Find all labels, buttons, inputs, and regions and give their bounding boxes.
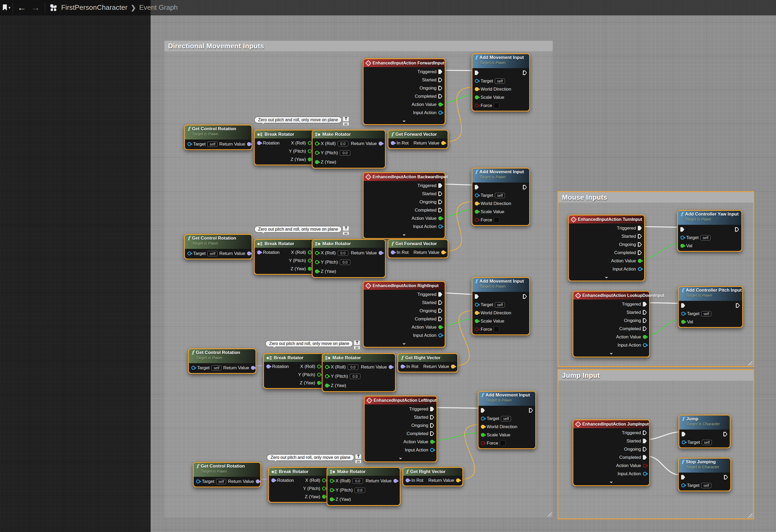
pin-input-action[interactable]: [438, 333, 442, 337]
pin-z-yaw[interactable]: [315, 160, 319, 164]
x-roll-value-input[interactable]: 0.0: [353, 478, 363, 484]
pin-target[interactable]: [681, 236, 684, 240]
node-header[interactable]: f Get Control Rotation Target is Pawn: [185, 235, 251, 249]
pin-force[interactable]: [481, 441, 485, 445]
pin-completed[interactable]: [438, 208, 442, 212]
pin-exec-out[interactable]: [523, 294, 527, 299]
target-self-value[interactable]: self: [211, 365, 221, 370]
target-self-value[interactable]: self: [701, 311, 711, 316]
pin-input-action[interactable]: [643, 472, 647, 476]
pin-x-roll[interactable]: [330, 479, 334, 483]
pin-started[interactable]: [638, 234, 642, 239]
node-header[interactable]: f Get Control Rotation Target is Pawn: [189, 349, 255, 363]
pin-y-pitch[interactable]: [315, 151, 319, 155]
pin-val[interactable]: [681, 320, 685, 324]
node-get-control-rotation-3[interactable]: f Get Control Rotation Target is Pawn Ta…: [188, 348, 256, 374]
pin-return-value[interactable]: [256, 479, 260, 483]
pin-x-roll[interactable]: [308, 250, 312, 254]
comment-title[interactable]: Mouse Inputs: [558, 192, 753, 203]
pin-z-yaw[interactable]: [325, 383, 329, 387]
y-pitch-value-input[interactable]: 0.0: [340, 260, 350, 265]
pin-started[interactable]: [438, 300, 442, 305]
pin-world-direction[interactable]: [475, 311, 479, 315]
expand-chevron-icon[interactable]: ⌄: [364, 117, 445, 123]
pin-y-pitch[interactable]: [308, 149, 312, 153]
node-header[interactable]: f Get Right Vector: [398, 354, 457, 362]
pin-x-roll[interactable]: [325, 365, 329, 369]
node-enhancedinputaction-rightinput[interactable]: EnhancedInputAction RightInput Triggered…: [363, 281, 445, 348]
y-pitch-value-input[interactable]: 0.0: [355, 488, 365, 493]
pin-exec-in[interactable]: [681, 303, 685, 308]
node-get-control-rotation-1[interactable]: f Get Control Rotation Target is Pawn Ta…: [184, 125, 252, 150]
pin-action-value[interactable]: [438, 102, 442, 106]
pin-z-yaw[interactable]: [308, 158, 312, 162]
pin-ongoing[interactable]: [643, 318, 647, 323]
pin-x-roll[interactable]: [315, 142, 319, 146]
node-add-movement-input-2[interactable]: f Add Movement Input Target is Pawn Targ…: [471, 168, 530, 226]
x-roll-value-input[interactable]: 0.0: [348, 364, 358, 370]
pin-ongoing[interactable]: [438, 86, 442, 90]
node-stop-jumping[interactable]: f Stop Jumping Target is Character Targe…: [678, 458, 731, 491]
node-header[interactable]: f Get Forward Vector: [388, 240, 447, 248]
node-header[interactable]: Break Rotator: [269, 468, 329, 476]
back-button[interactable]: ←: [15, 2, 29, 13]
pin-rotation[interactable]: [271, 478, 275, 482]
bookmark-icon[interactable]: [2, 4, 8, 11]
pin-scale-value[interactable]: [475, 319, 479, 323]
node-header[interactable]: Make Rotator: [313, 240, 385, 248]
target-self-value[interactable]: self: [495, 193, 505, 198]
node-header[interactable]: f Add Controller Yaw Input Target is Paw…: [678, 211, 741, 225]
y-pitch-value-input[interactable]: 0.0: [350, 374, 360, 379]
bubble-pin-icon[interactable]: [343, 116, 349, 121]
pin-world-direction[interactable]: [475, 202, 479, 206]
pin-completed[interactable]: [643, 455, 647, 460]
pin-force[interactable]: [475, 103, 479, 107]
pin-exec-in[interactable]: [475, 185, 479, 189]
node-make-rotator-3[interactable]: Make Rotator X (Roll)0.0 Return Value Y …: [322, 353, 396, 392]
target-self-value[interactable]: self: [701, 483, 711, 488]
pin-target[interactable]: [481, 417, 485, 421]
pin-exec-in[interactable]: [481, 408, 485, 413]
node-break-rotator-2[interactable]: Break Rotator Rotation X (Roll) Y (Pitch…: [254, 239, 315, 275]
node-get-control-rotation-4[interactable]: f Get Control Rotation Target is Pawn Ta…: [193, 462, 261, 487]
pin-triggered[interactable]: [438, 183, 442, 188]
target-self-value[interactable]: self: [495, 78, 505, 84]
pin-exec-out[interactable]: [736, 303, 740, 308]
node-header[interactable]: Make Rotator: [323, 354, 395, 362]
pin-input-action[interactable]: [438, 225, 442, 229]
node-header[interactable]: f Jump Target is Character: [679, 416, 730, 430]
pin-return-value[interactable]: [456, 478, 460, 482]
graph-canvas[interactable]: Directional Movement Inputs Mouse Inputs…: [0, 0, 776, 532]
node-get-forward-vector-1[interactable]: f Get Forward Vector In Rot Return Value: [388, 130, 448, 149]
expand-chevron-icon[interactable]: ⌄: [364, 339, 445, 346]
pin-completed[interactable]: [438, 94, 442, 98]
pin-y-pitch[interactable]: [315, 260, 319, 264]
pin-force[interactable]: [475, 327, 479, 331]
pin-exec-out[interactable]: [523, 70, 527, 75]
node-comment-bubble[interactable]: Zero out pitch and roll, only move on pl…: [266, 454, 354, 461]
pin-in-rot[interactable]: [391, 141, 395, 145]
graph-hierarchy-icon[interactable]: [50, 4, 57, 12]
pin-exec-in[interactable]: [475, 70, 479, 75]
pin-exec-out[interactable]: [735, 227, 739, 232]
node-comment-bubble[interactable]: Zero out pitch and roll, only move on pl…: [265, 340, 353, 347]
node-header[interactable]: EnhancedInputAction LeftInput: [365, 396, 436, 405]
node-comment-bubble[interactable]: Zero out pitch and roll, only move on pl…: [254, 226, 342, 233]
target-self-value[interactable]: self: [702, 440, 712, 445]
pin-x-roll[interactable]: [317, 364, 321, 368]
pin-started[interactable]: [438, 192, 442, 196]
pin-in-rot[interactable]: [391, 250, 395, 254]
pin-target[interactable]: [681, 312, 685, 316]
pin-started[interactable]: [643, 439, 647, 443]
node-add-controller-pitch-input[interactable]: f Add Controller Pitch Input Target is P…: [678, 286, 743, 328]
node-header[interactable]: f Get Right Vector: [403, 468, 462, 476]
pin-target[interactable]: [187, 142, 191, 146]
pin-input-action[interactable]: [430, 448, 434, 452]
node-get-control-rotation-2[interactable]: f Get Control Rotation Target is Pawn Ta…: [184, 234, 252, 259]
pin-exec-out[interactable]: [523, 185, 527, 189]
pin-return-value[interactable]: [393, 479, 397, 483]
bookmark-dropdown-icon[interactable]: ▾: [8, 5, 11, 10]
pin-exec-in[interactable]: [681, 475, 685, 479]
node-header[interactable]: f Get Forward Vector: [388, 130, 447, 139]
target-self-value[interactable]: self: [216, 479, 226, 484]
